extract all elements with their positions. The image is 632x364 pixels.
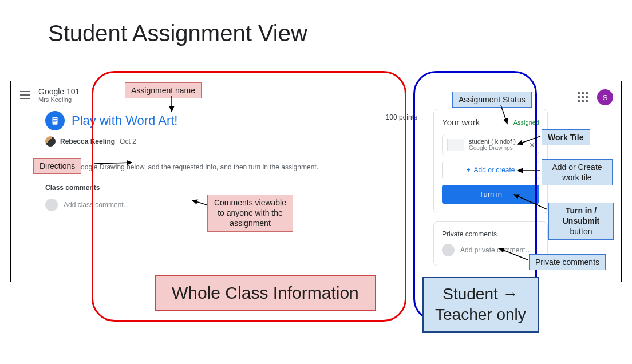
svg-rect-3	[53, 122, 56, 122]
plus-icon: +	[466, 166, 470, 174]
user-avatar[interactable]: S	[597, 89, 613, 105]
add-or-create-button[interactable]: +Add or create	[442, 161, 539, 179]
assignment-directions: Open the Google Drawing below, add the r…	[45, 163, 417, 171]
remove-work-icon[interactable]: ✕	[529, 140, 535, 149]
menu-icon[interactable]	[20, 91, 30, 99]
post-date: Oct 2	[120, 137, 136, 145]
svg-rect-0	[53, 117, 58, 125]
private-comment-input-row[interactable]: Add private comment…	[442, 244, 539, 256]
class-name: Google 101	[38, 87, 80, 96]
assignment-title: Play with Word Art!	[72, 113, 177, 128]
assignment-icon	[45, 111, 65, 130]
work-tile-thumb	[447, 139, 464, 151]
class-info: Google 101 Mrs Keeling	[38, 87, 80, 103]
callout-assignment-status: Assignment Status	[452, 92, 532, 108]
callout-work-tile: Work Tile	[542, 129, 590, 145]
apps-grid-icon[interactable]	[578, 92, 588, 102]
work-tile-name: student ( kindof ) …	[469, 138, 524, 145]
callout-add-create: Add or Create work tile	[542, 159, 613, 185]
work-tile-type: Google Drawings	[469, 145, 524, 151]
work-tile[interactable]: student ( kindof ) … Google Drawings ✕	[442, 134, 539, 155]
private-comments-heading: Private comments	[442, 230, 539, 238]
callout-assignment-name: Assignment name	[125, 82, 202, 98]
callout-whole-class: Whole Class Information	[155, 275, 376, 311]
callout-student-teacher: Student →Teacher only	[422, 277, 539, 333]
author-avatar	[45, 136, 56, 147]
classroom-frame: Google 101 Mrs Keeling S 100 points	[10, 81, 622, 282]
callout-private-comments: Private comments	[529, 254, 606, 270]
your-work-title: Your work	[442, 117, 480, 127]
callout-public-comments: Comments viewable to anyone with the ass…	[207, 195, 293, 232]
comment-avatar	[45, 199, 58, 211]
author-name: Rebecca Keeling	[60, 137, 115, 145]
class-comments-heading: Class comments	[45, 184, 417, 192]
points-label: 100 points	[386, 113, 417, 121]
turn-in-button[interactable]: Turn in	[442, 185, 539, 204]
your-work-card: Your work Assigned student ( kindof ) … …	[433, 109, 548, 213]
assignment-status: Assigned	[514, 119, 539, 126]
assignment-main: 100 points Play with Word Art! Rebecca K…	[45, 109, 417, 266]
slide-title: Student Assignment View	[48, 21, 307, 46]
callout-turn-in: Turn in /Unsubmitbutton	[548, 203, 614, 240]
class-comment-placeholder[interactable]: Add class comment…	[64, 201, 131, 209]
svg-rect-1	[53, 118, 57, 119]
add-create-label: Add or create	[473, 166, 515, 174]
teacher-line: Mrs Keeling	[38, 96, 80, 103]
divider	[45, 155, 417, 155]
assignment-byline: Rebecca Keeling Oct 2	[45, 136, 417, 147]
svg-rect-2	[53, 120, 57, 121]
private-comment-placeholder[interactable]: Add private comment…	[460, 246, 532, 254]
comment-avatar	[442, 244, 455, 256]
callout-directions: Directions	[33, 158, 81, 174]
your-work-sidebar: Your work Assigned student ( kindof ) … …	[433, 109, 548, 266]
